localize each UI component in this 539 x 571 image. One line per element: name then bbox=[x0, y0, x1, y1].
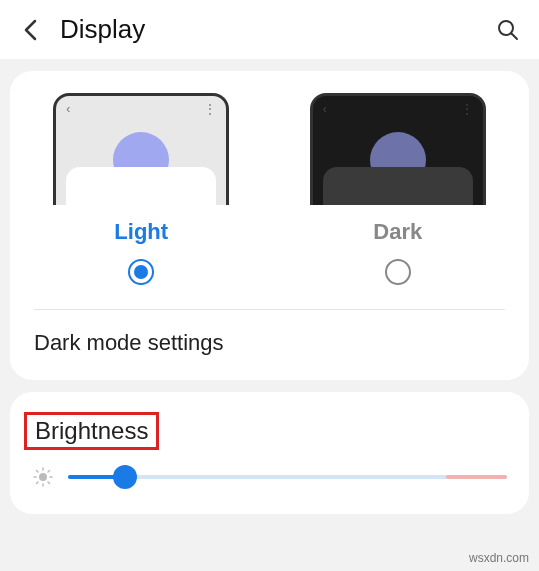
search-icon[interactable] bbox=[495, 17, 521, 43]
radio-dark[interactable] bbox=[385, 259, 411, 285]
theme-option-dark[interactable]: ‹⋮ Dark bbox=[285, 93, 512, 285]
theme-label-dark: Dark bbox=[373, 219, 422, 245]
theme-label-light: Light bbox=[114, 219, 168, 245]
svg-line-7 bbox=[37, 471, 39, 473]
brightness-highlight: Brightness bbox=[24, 412, 159, 450]
watermark: wsxdn.com bbox=[469, 551, 529, 565]
theme-card: ‹⋮ Light ‹⋮ Dark Dark mode settings bbox=[10, 71, 529, 380]
brightness-title: Brightness bbox=[35, 417, 148, 445]
back-icon[interactable] bbox=[18, 18, 42, 42]
sun-icon bbox=[32, 466, 54, 488]
svg-line-8 bbox=[48, 482, 50, 484]
radio-light[interactable] bbox=[128, 259, 154, 285]
svg-line-1 bbox=[512, 33, 518, 39]
svg-line-9 bbox=[37, 482, 39, 484]
theme-preview-light: ‹⋮ bbox=[53, 93, 229, 205]
page-title: Display bbox=[60, 14, 495, 45]
theme-option-light[interactable]: ‹⋮ Light bbox=[28, 93, 255, 285]
dark-mode-settings-link[interactable]: Dark mode settings bbox=[28, 310, 511, 370]
svg-point-2 bbox=[39, 473, 47, 481]
theme-preview-dark: ‹⋮ bbox=[310, 93, 486, 205]
theme-options-row: ‹⋮ Light ‹⋮ Dark bbox=[28, 93, 511, 285]
brightness-slider[interactable] bbox=[68, 467, 507, 487]
slider-thumb[interactable] bbox=[113, 465, 137, 489]
app-header: Display bbox=[0, 0, 539, 59]
svg-line-10 bbox=[48, 471, 50, 473]
brightness-card: Brightness bbox=[10, 392, 529, 514]
brightness-slider-row bbox=[28, 460, 511, 504]
